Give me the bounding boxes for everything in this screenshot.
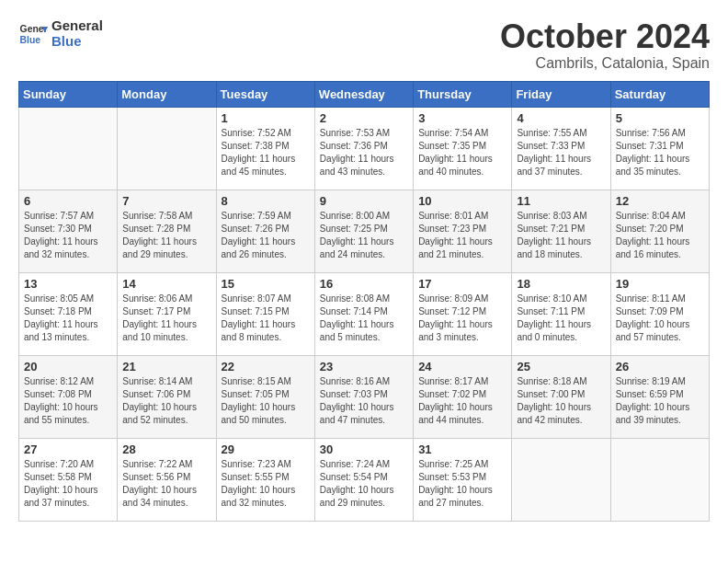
calendar-cell: 30Sunrise: 7:24 AM Sunset: 5:54 PM Dayli… [314,438,413,521]
calendar-cell: 8Sunrise: 7:59 AM Sunset: 7:26 PM Daylig… [216,190,314,272]
cell-info: Sunrise: 8:03 AM Sunset: 7:21 PM Dayligh… [517,210,605,261]
cell-info: Sunrise: 8:09 AM Sunset: 7:12 PM Dayligh… [418,293,506,344]
calendar-cell: 9Sunrise: 8:00 AM Sunset: 7:25 PM Daylig… [314,190,413,272]
col-header-monday: Monday [118,81,216,107]
calendar-cell: 25Sunrise: 8:18 AM Sunset: 7:00 PM Dayli… [512,355,610,438]
day-number: 12 [616,194,704,208]
calendar-cell [19,107,118,190]
svg-text:Blue: Blue [20,34,41,44]
col-header-saturday: Saturday [610,81,709,107]
day-number: 26 [616,360,704,373]
title-block: October 2024 Cambrils, Catalonia, Spain [500,18,710,72]
cell-info: Sunrise: 7:20 AM Sunset: 5:58 PM Dayligh… [24,458,112,510]
calendar-cell: 21Sunrise: 8:14 AM Sunset: 7:06 PM Dayli… [118,355,216,438]
cell-info: Sunrise: 7:54 AM Sunset: 7:35 PM Dayligh… [418,127,506,178]
calendar-cell: 29Sunrise: 7:23 AM Sunset: 5:55 PM Dayli… [216,438,314,521]
calendar-cell: 7Sunrise: 7:58 AM Sunset: 7:28 PM Daylig… [118,190,216,272]
cell-info: Sunrise: 8:15 AM Sunset: 7:05 PM Dayligh… [222,375,310,427]
calendar-cell: 11Sunrise: 8:03 AM Sunset: 7:21 PM Dayli… [512,190,610,272]
logo: General Blue General Blue [18,18,103,49]
day-number: 31 [418,442,506,456]
day-number: 6 [24,194,112,208]
day-number: 16 [320,277,408,291]
day-number: 2 [320,111,408,125]
cell-info: Sunrise: 7:25 AM Sunset: 5:53 PM Dayligh… [418,458,506,510]
calendar-cell: 4Sunrise: 7:55 AM Sunset: 7:33 PM Daylig… [512,107,610,190]
calendar-cell: 6Sunrise: 7:57 AM Sunset: 7:30 PM Daylig… [19,190,118,272]
calendar-cell: 23Sunrise: 8:16 AM Sunset: 7:03 PM Dayli… [314,355,413,438]
calendar-cell: 18Sunrise: 8:10 AM Sunset: 7:11 PM Dayli… [512,272,610,355]
calendar-cell: 3Sunrise: 7:54 AM Sunset: 7:35 PM Daylig… [414,107,512,190]
cell-info: Sunrise: 7:58 AM Sunset: 7:28 PM Dayligh… [122,210,210,261]
col-header-friday: Friday [512,81,610,107]
day-number: 20 [24,360,112,373]
page-header: General Blue General Blue October 2024 C… [18,18,710,72]
cell-info: Sunrise: 8:10 AM Sunset: 7:11 PM Dayligh… [517,293,605,344]
cell-info: Sunrise: 7:55 AM Sunset: 7:33 PM Dayligh… [517,127,605,178]
calendar-cell: 13Sunrise: 8:05 AM Sunset: 7:18 PM Dayli… [19,272,118,355]
day-number: 21 [122,360,210,373]
calendar-cell: 31Sunrise: 7:25 AM Sunset: 5:53 PM Dayli… [414,438,512,521]
cell-info: Sunrise: 7:52 AM Sunset: 7:38 PM Dayligh… [222,127,310,178]
calendar-cell: 19Sunrise: 8:11 AM Sunset: 7:09 PM Dayli… [610,272,709,355]
day-number: 25 [517,360,605,373]
cell-info: Sunrise: 8:08 AM Sunset: 7:14 PM Dayligh… [320,293,408,344]
cell-info: Sunrise: 8:01 AM Sunset: 7:23 PM Dayligh… [418,210,506,261]
cell-info: Sunrise: 8:06 AM Sunset: 7:17 PM Dayligh… [122,293,210,344]
cell-info: Sunrise: 8:00 AM Sunset: 7:25 PM Dayligh… [320,210,408,261]
day-number: 3 [418,111,506,125]
col-header-wednesday: Wednesday [314,81,413,107]
calendar-cell: 17Sunrise: 8:09 AM Sunset: 7:12 PM Dayli… [414,272,512,355]
calendar-cell: 16Sunrise: 8:08 AM Sunset: 7:14 PM Dayli… [314,272,413,355]
day-number: 23 [320,360,408,373]
location: Cambrils, Catalonia, Spain [500,55,710,72]
logo-icon: General Blue [18,19,48,49]
day-number: 17 [418,277,506,291]
cell-info: Sunrise: 7:53 AM Sunset: 7:36 PM Dayligh… [320,127,408,178]
cell-info: Sunrise: 7:22 AM Sunset: 5:56 PM Dayligh… [122,458,210,510]
calendar-cell: 27Sunrise: 7:20 AM Sunset: 5:58 PM Dayli… [19,438,118,521]
day-number: 9 [320,194,408,208]
calendar-table: SundayMondayTuesdayWednesdayThursdayFrid… [18,81,710,522]
calendar-cell: 1Sunrise: 7:52 AM Sunset: 7:38 PM Daylig… [216,107,314,190]
calendar-cell: 22Sunrise: 8:15 AM Sunset: 7:05 PM Dayli… [216,355,314,438]
cell-info: Sunrise: 7:56 AM Sunset: 7:31 PM Dayligh… [616,127,704,178]
day-number: 27 [24,442,112,456]
col-header-thursday: Thursday [414,81,512,107]
cell-info: Sunrise: 8:07 AM Sunset: 7:15 PM Dayligh… [222,293,310,344]
calendar-cell: 2Sunrise: 7:53 AM Sunset: 7:36 PM Daylig… [314,107,413,190]
col-header-tuesday: Tuesday [216,81,314,107]
day-number: 11 [517,194,605,208]
cell-info: Sunrise: 8:04 AM Sunset: 7:20 PM Dayligh… [616,210,704,261]
day-number: 18 [517,277,605,291]
cell-info: Sunrise: 7:59 AM Sunset: 7:26 PM Dayligh… [222,210,310,261]
day-number: 5 [616,111,704,125]
calendar-cell [512,438,610,521]
cell-info: Sunrise: 8:14 AM Sunset: 7:06 PM Dayligh… [122,375,210,427]
calendar-cell: 20Sunrise: 8:12 AM Sunset: 7:08 PM Dayli… [19,355,118,438]
day-number: 7 [122,194,210,208]
day-number: 4 [517,111,605,125]
calendar-cell: 26Sunrise: 8:19 AM Sunset: 6:59 PM Dayli… [610,355,709,438]
calendar-cell: 28Sunrise: 7:22 AM Sunset: 5:56 PM Dayli… [118,438,216,521]
day-number: 24 [418,360,506,373]
day-number: 1 [222,111,310,125]
cell-info: Sunrise: 8:12 AM Sunset: 7:08 PM Dayligh… [24,375,112,427]
cell-info: Sunrise: 7:23 AM Sunset: 5:55 PM Dayligh… [222,458,310,510]
calendar-cell [118,107,216,190]
day-number: 14 [122,277,210,291]
day-number: 15 [222,277,310,291]
day-number: 19 [616,277,704,291]
cell-info: Sunrise: 7:57 AM Sunset: 7:30 PM Dayligh… [24,210,112,261]
calendar-cell [610,438,709,521]
col-header-sunday: Sunday [19,81,118,107]
day-number: 30 [320,442,408,456]
day-number: 28 [122,442,210,456]
cell-info: Sunrise: 8:11 AM Sunset: 7:09 PM Dayligh… [616,293,704,344]
cell-info: Sunrise: 8:16 AM Sunset: 7:03 PM Dayligh… [320,375,408,427]
calendar-cell: 5Sunrise: 7:56 AM Sunset: 7:31 PM Daylig… [610,107,709,190]
calendar-cell: 15Sunrise: 8:07 AM Sunset: 7:15 PM Dayli… [216,272,314,355]
day-number: 22 [222,360,310,373]
cell-info: Sunrise: 8:17 AM Sunset: 7:02 PM Dayligh… [418,375,506,427]
calendar-cell: 12Sunrise: 8:04 AM Sunset: 7:20 PM Dayli… [610,190,709,272]
